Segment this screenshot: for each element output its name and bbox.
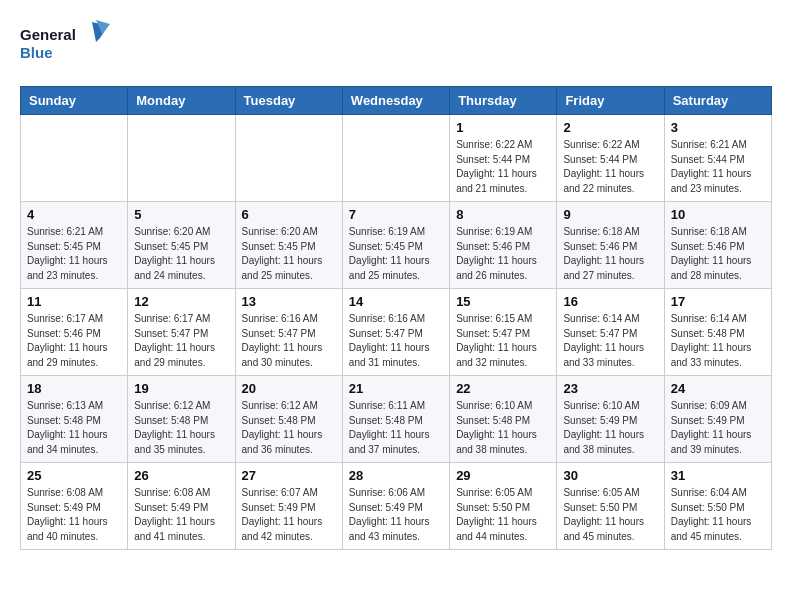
day-number: 13 [242, 294, 336, 309]
day-number: 4 [27, 207, 121, 222]
day-info: Sunrise: 6:12 AM Sunset: 5:48 PM Dayligh… [134, 399, 228, 457]
calendar-cell: 4Sunrise: 6:21 AM Sunset: 5:45 PM Daylig… [21, 202, 128, 289]
svg-text:General: General [20, 26, 76, 43]
day-number: 3 [671, 120, 765, 135]
day-info: Sunrise: 6:20 AM Sunset: 5:45 PM Dayligh… [134, 225, 228, 283]
day-info: Sunrise: 6:20 AM Sunset: 5:45 PM Dayligh… [242, 225, 336, 283]
calendar-cell: 27Sunrise: 6:07 AM Sunset: 5:49 PM Dayli… [235, 463, 342, 550]
calendar-header-row: SundayMondayTuesdayWednesdayThursdayFrid… [21, 87, 772, 115]
day-number: 30 [563, 468, 657, 483]
day-header-monday: Monday [128, 87, 235, 115]
svg-text:Blue: Blue [20, 44, 53, 61]
day-info: Sunrise: 6:14 AM Sunset: 5:48 PM Dayligh… [671, 312, 765, 370]
calendar-cell: 7Sunrise: 6:19 AM Sunset: 5:45 PM Daylig… [342, 202, 449, 289]
day-number: 18 [27, 381, 121, 396]
calendar-cell: 20Sunrise: 6:12 AM Sunset: 5:48 PM Dayli… [235, 376, 342, 463]
calendar-cell: 25Sunrise: 6:08 AM Sunset: 5:49 PM Dayli… [21, 463, 128, 550]
calendar-cell: 21Sunrise: 6:11 AM Sunset: 5:48 PM Dayli… [342, 376, 449, 463]
calendar-cell: 31Sunrise: 6:04 AM Sunset: 5:50 PM Dayli… [664, 463, 771, 550]
day-number: 11 [27, 294, 121, 309]
day-info: Sunrise: 6:17 AM Sunset: 5:47 PM Dayligh… [134, 312, 228, 370]
day-number: 2 [563, 120, 657, 135]
calendar-cell [342, 115, 449, 202]
day-info: Sunrise: 6:21 AM Sunset: 5:45 PM Dayligh… [27, 225, 121, 283]
day-info: Sunrise: 6:05 AM Sunset: 5:50 PM Dayligh… [456, 486, 550, 544]
calendar-cell: 2Sunrise: 6:22 AM Sunset: 5:44 PM Daylig… [557, 115, 664, 202]
day-info: Sunrise: 6:15 AM Sunset: 5:47 PM Dayligh… [456, 312, 550, 370]
day-info: Sunrise: 6:10 AM Sunset: 5:49 PM Dayligh… [563, 399, 657, 457]
calendar-cell: 14Sunrise: 6:16 AM Sunset: 5:47 PM Dayli… [342, 289, 449, 376]
calendar-cell: 11Sunrise: 6:17 AM Sunset: 5:46 PM Dayli… [21, 289, 128, 376]
day-info: Sunrise: 6:18 AM Sunset: 5:46 PM Dayligh… [563, 225, 657, 283]
calendar-cell [128, 115, 235, 202]
logo-svg: General Blue [20, 20, 110, 70]
calendar-cell: 22Sunrise: 6:10 AM Sunset: 5:48 PM Dayli… [450, 376, 557, 463]
calendar-table: SundayMondayTuesdayWednesdayThursdayFrid… [20, 86, 772, 550]
calendar-cell: 6Sunrise: 6:20 AM Sunset: 5:45 PM Daylig… [235, 202, 342, 289]
day-info: Sunrise: 6:08 AM Sunset: 5:49 PM Dayligh… [27, 486, 121, 544]
calendar-week-row: 11Sunrise: 6:17 AM Sunset: 5:46 PM Dayli… [21, 289, 772, 376]
calendar-cell: 10Sunrise: 6:18 AM Sunset: 5:46 PM Dayli… [664, 202, 771, 289]
calendar-cell: 18Sunrise: 6:13 AM Sunset: 5:48 PM Dayli… [21, 376, 128, 463]
calendar-cell: 16Sunrise: 6:14 AM Sunset: 5:47 PM Dayli… [557, 289, 664, 376]
calendar-cell: 29Sunrise: 6:05 AM Sunset: 5:50 PM Dayli… [450, 463, 557, 550]
day-number: 19 [134, 381, 228, 396]
calendar-week-row: 4Sunrise: 6:21 AM Sunset: 5:45 PM Daylig… [21, 202, 772, 289]
day-header-wednesday: Wednesday [342, 87, 449, 115]
day-info: Sunrise: 6:18 AM Sunset: 5:46 PM Dayligh… [671, 225, 765, 283]
calendar-cell: 8Sunrise: 6:19 AM Sunset: 5:46 PM Daylig… [450, 202, 557, 289]
day-number: 23 [563, 381, 657, 396]
day-info: Sunrise: 6:19 AM Sunset: 5:45 PM Dayligh… [349, 225, 443, 283]
day-number: 10 [671, 207, 765, 222]
day-number: 28 [349, 468, 443, 483]
calendar-week-row: 18Sunrise: 6:13 AM Sunset: 5:48 PM Dayli… [21, 376, 772, 463]
day-info: Sunrise: 6:19 AM Sunset: 5:46 PM Dayligh… [456, 225, 550, 283]
calendar-cell: 12Sunrise: 6:17 AM Sunset: 5:47 PM Dayli… [128, 289, 235, 376]
day-info: Sunrise: 6:11 AM Sunset: 5:48 PM Dayligh… [349, 399, 443, 457]
day-number: 22 [456, 381, 550, 396]
day-number: 8 [456, 207, 550, 222]
calendar-cell: 3Sunrise: 6:21 AM Sunset: 5:44 PM Daylig… [664, 115, 771, 202]
day-info: Sunrise: 6:04 AM Sunset: 5:50 PM Dayligh… [671, 486, 765, 544]
day-info: Sunrise: 6:22 AM Sunset: 5:44 PM Dayligh… [456, 138, 550, 196]
logo: General Blue [20, 20, 110, 70]
day-number: 20 [242, 381, 336, 396]
day-number: 16 [563, 294, 657, 309]
calendar-cell: 26Sunrise: 6:08 AM Sunset: 5:49 PM Dayli… [128, 463, 235, 550]
day-info: Sunrise: 6:22 AM Sunset: 5:44 PM Dayligh… [563, 138, 657, 196]
calendar-cell: 5Sunrise: 6:20 AM Sunset: 5:45 PM Daylig… [128, 202, 235, 289]
day-info: Sunrise: 6:14 AM Sunset: 5:47 PM Dayligh… [563, 312, 657, 370]
calendar-cell [21, 115, 128, 202]
day-number: 9 [563, 207, 657, 222]
day-number: 6 [242, 207, 336, 222]
calendar-cell: 28Sunrise: 6:06 AM Sunset: 5:49 PM Dayli… [342, 463, 449, 550]
day-info: Sunrise: 6:17 AM Sunset: 5:46 PM Dayligh… [27, 312, 121, 370]
calendar-cell: 30Sunrise: 6:05 AM Sunset: 5:50 PM Dayli… [557, 463, 664, 550]
day-number: 1 [456, 120, 550, 135]
calendar-cell: 15Sunrise: 6:15 AM Sunset: 5:47 PM Dayli… [450, 289, 557, 376]
calendar-cell: 1Sunrise: 6:22 AM Sunset: 5:44 PM Daylig… [450, 115, 557, 202]
day-number: 12 [134, 294, 228, 309]
day-number: 26 [134, 468, 228, 483]
day-number: 29 [456, 468, 550, 483]
day-number: 5 [134, 207, 228, 222]
day-info: Sunrise: 6:06 AM Sunset: 5:49 PM Dayligh… [349, 486, 443, 544]
day-number: 14 [349, 294, 443, 309]
day-number: 7 [349, 207, 443, 222]
calendar-cell: 24Sunrise: 6:09 AM Sunset: 5:49 PM Dayli… [664, 376, 771, 463]
day-info: Sunrise: 6:13 AM Sunset: 5:48 PM Dayligh… [27, 399, 121, 457]
day-number: 31 [671, 468, 765, 483]
day-info: Sunrise: 6:16 AM Sunset: 5:47 PM Dayligh… [242, 312, 336, 370]
calendar-cell [235, 115, 342, 202]
calendar-cell: 23Sunrise: 6:10 AM Sunset: 5:49 PM Dayli… [557, 376, 664, 463]
day-info: Sunrise: 6:16 AM Sunset: 5:47 PM Dayligh… [349, 312, 443, 370]
calendar-cell: 13Sunrise: 6:16 AM Sunset: 5:47 PM Dayli… [235, 289, 342, 376]
day-info: Sunrise: 6:05 AM Sunset: 5:50 PM Dayligh… [563, 486, 657, 544]
day-number: 27 [242, 468, 336, 483]
day-number: 25 [27, 468, 121, 483]
day-info: Sunrise: 6:07 AM Sunset: 5:49 PM Dayligh… [242, 486, 336, 544]
day-number: 24 [671, 381, 765, 396]
calendar-cell: 9Sunrise: 6:18 AM Sunset: 5:46 PM Daylig… [557, 202, 664, 289]
day-header-sunday: Sunday [21, 87, 128, 115]
day-header-saturday: Saturday [664, 87, 771, 115]
